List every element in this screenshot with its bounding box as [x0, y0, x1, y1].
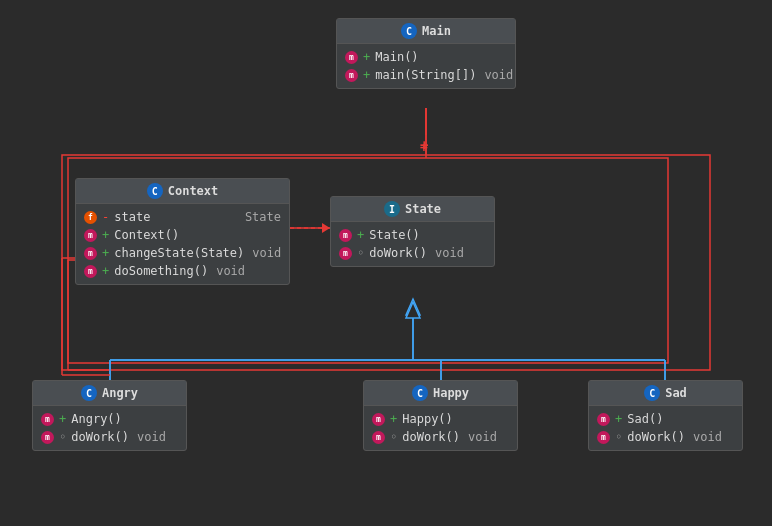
method-icon: m [372, 413, 385, 426]
context-field: state [114, 210, 150, 224]
method-icon: m [597, 413, 610, 426]
sad-dowork-row: m ◦ doWork() void [597, 428, 734, 446]
angry-constructor: Angry() [71, 412, 122, 426]
sad-constructor: Sad() [627, 412, 663, 426]
class-sad-body: m + Sad() m ◦ doWork() void [589, 406, 742, 450]
sad-constructor-row: m + Sad() [597, 410, 734, 428]
happy-class-icon: C [412, 385, 428, 401]
state-constructor: State() [369, 228, 420, 242]
angry-dowork: doWork() [71, 430, 129, 444]
context-do-something: doSomething() [114, 264, 208, 278]
sad-title: Sad [665, 386, 687, 400]
method-icon: m [84, 247, 97, 260]
happy-dowork: doWork() [402, 430, 460, 444]
happy-title: Happy [433, 386, 469, 400]
class-sad: C Sad m + Sad() m ◦ doWork() void [588, 380, 743, 451]
class-happy-header: C Happy [364, 381, 517, 406]
method-icon: m [84, 265, 97, 278]
context-constructor-row: m + Context() [84, 226, 281, 244]
class-angry-body: m + Angry() m ◦ doWork() void [33, 406, 186, 450]
method-icon: m [339, 229, 352, 242]
happy-dowork-row: m ◦ doWork() void [372, 428, 509, 446]
happy-constructor: Happy() [402, 412, 453, 426]
diagram: + C Main m + Main() [0, 0, 772, 526]
main-method-row: m + main(String[]) void [345, 66, 507, 84]
class-main-header: C Main [337, 19, 515, 44]
state-constructor-row: m + State() [339, 226, 486, 244]
class-angry: C Angry m + Angry() m ◦ doWork() void [32, 380, 187, 451]
sad-dowork: doWork() [627, 430, 685, 444]
svg-text:+: + [420, 140, 428, 155]
class-context-body: f - state State m + Context() m + change… [76, 204, 289, 284]
happy-constructor-row: m + Happy() [372, 410, 509, 428]
angry-constructor-row: m + Angry() [41, 410, 178, 428]
method-icon: m [84, 229, 97, 242]
angry-title: Angry [102, 386, 138, 400]
class-context-header: C Context [76, 179, 289, 204]
context-class-icon: C [147, 183, 163, 199]
class-happy: C Happy m + Happy() m ◦ doWork() void [363, 380, 518, 451]
class-context: C Context f - state State m + Context() … [75, 178, 290, 285]
angry-class-icon: C [81, 385, 97, 401]
svg-text:+: + [420, 137, 428, 153]
method-icon: m [597, 431, 610, 444]
main-title: Main [422, 24, 451, 38]
main-return-type: void [484, 68, 513, 82]
main-class-icon: C [401, 23, 417, 39]
field-icon: f [84, 211, 97, 224]
context-ds-return: void [216, 264, 245, 278]
context-title: Context [168, 184, 219, 198]
context-cs-return: void [252, 246, 281, 260]
main-constructor-row: m + Main() [345, 48, 507, 66]
context-field-type: State [237, 210, 281, 224]
state-dowork-row: m ◦ doWork() void [339, 244, 486, 262]
method-icon: m [41, 413, 54, 426]
svg-marker-19 [322, 223, 330, 233]
class-happy-body: m + Happy() m ◦ doWork() void [364, 406, 517, 450]
context-change-state: changeState(State) [114, 246, 244, 260]
sad-dowork-return: void [693, 430, 722, 444]
state-class-icon: I [384, 201, 400, 217]
class-main: C Main m + Main() m + main(String[]) voi… [336, 18, 516, 89]
method-icon: m [41, 431, 54, 444]
class-state-header: I State [331, 197, 494, 222]
context-constructor: Context() [114, 228, 179, 242]
sad-class-icon: C [644, 385, 660, 401]
class-sad-header: C Sad [589, 381, 742, 406]
context-field-row: f - state State [84, 208, 281, 226]
state-title: State [405, 202, 441, 216]
context-change-state-row: m + changeState(State) void [84, 244, 281, 262]
svg-marker-7 [406, 299, 420, 315]
main-constructor: Main() [375, 50, 418, 64]
class-main-body: m + Main() m + main(String[]) void [337, 44, 515, 88]
method-icon: m [339, 247, 352, 260]
class-state-body: m + State() m ◦ doWork() void [331, 222, 494, 266]
class-angry-header: C Angry [33, 381, 186, 406]
state-dowork: doWork() [369, 246, 427, 260]
method-icon: m [345, 69, 358, 82]
angry-dowork-return: void [137, 430, 166, 444]
svg-marker-21 [406, 302, 420, 318]
method-icon: m [372, 431, 385, 444]
context-do-something-row: m + doSomething() void [84, 262, 281, 280]
main-method: main(String[]) [375, 68, 476, 82]
happy-dowork-return: void [468, 430, 497, 444]
method-icon: m [345, 51, 358, 64]
state-dowork-return: void [435, 246, 464, 260]
angry-dowork-row: m ◦ doWork() void [41, 428, 178, 446]
class-state: I State m + State() m ◦ doWork() void [330, 196, 495, 267]
